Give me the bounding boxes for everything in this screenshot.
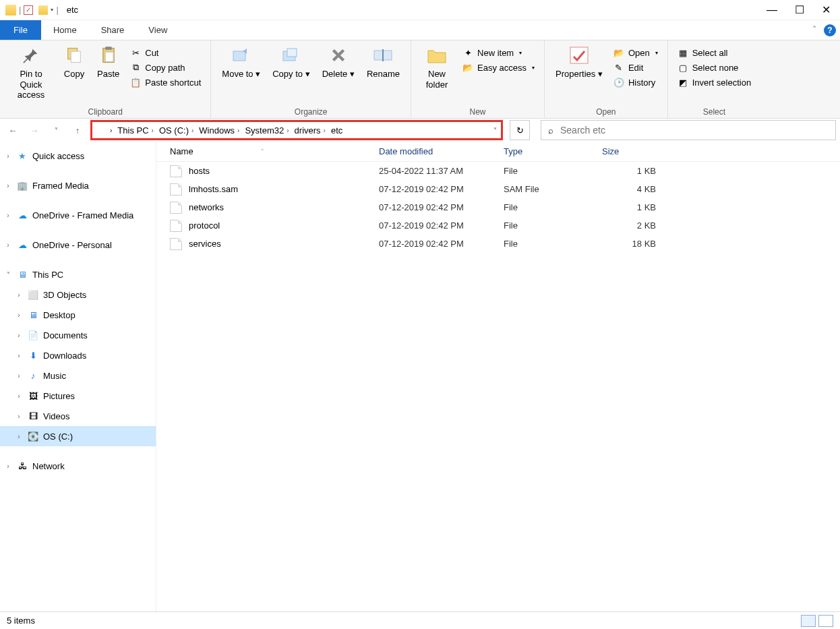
new-item-button[interactable]: ✦New item▾ [460,46,537,59]
sidebar-item-network[interactable]: ›🖧Network [0,456,156,476]
properties-button[interactable]: Properties ▾ [551,43,607,81]
search-input[interactable] [560,125,829,136]
tab-home[interactable]: Home [41,20,89,40]
cut-button[interactable]: ✂Cut [127,46,204,59]
sidebar-item-onedrive-personal[interactable]: ›☁OneDrive - Personal [0,235,156,255]
sidebar-item-music[interactable]: ›♪Music [0,365,156,386]
window-title: etc [67,5,78,15]
easy-access-button[interactable]: 📂Easy access▾ [460,61,537,74]
pin-icon [20,44,42,66]
sidebar-item-os-c[interactable]: ›💽OS (C:) [0,426,156,446]
sidebar-item-this-pc[interactable]: ˅🖥This PC [0,264,156,284]
navigation-pane[interactable]: ›★Quick access ›🏢Framed Media ›☁OneDrive… [0,142,156,611]
file-row[interactable]: networks07-12-2019 02:42 PMFile1 KB [156,198,840,216]
file-row[interactable]: lmhosts.sam07-12-2019 02:42 PMSAM File4 … [156,180,840,198]
address-bar[interactable]: › This PC› OS (C:)› Windows› System32› d… [90,120,503,140]
chevron-right-icon[interactable]: › [15,311,23,319]
refresh-button[interactable]: ↻ [510,120,530,140]
qat-dropdown-icon[interactable]: ▾ [51,7,53,13]
file-row[interactable]: hosts25-04-2022 11:37 AMFile1 KB [156,162,840,180]
chevron-right-icon[interactable]: › [15,372,23,380]
view-large-icons-button[interactable] [818,615,833,627]
invert-selection-button[interactable]: ◩Invert selection [675,76,754,89]
svg-rect-10 [570,47,588,63]
paste-shortcut-icon: 📋 [130,77,141,88]
sidebar-item-downloads[interactable]: ›⬇Downloads [0,345,156,365]
close-button[interactable]: ✕ [822,3,831,16]
minimize-button[interactable]: — [767,4,777,16]
network-icon: 🖧 [16,460,28,472]
up-button[interactable]: ↑ [69,121,86,139]
copy-icon [63,44,85,66]
delete-button[interactable]: Delete ▾ [318,43,359,81]
breadcrumb-drivers[interactable]: drivers› [292,125,328,136]
copy-button[interactable]: Copy [59,43,89,81]
chevron-right-icon[interactable]: › [4,241,12,249]
file-name: services [189,239,379,249]
sidebar-item-documents[interactable]: ›📄Documents [0,325,156,345]
file-size: 2 KB [602,220,663,231]
maximize-button[interactable]: ☐ [795,3,804,16]
collapse-ribbon-icon[interactable]: ˄ [806,20,824,40]
column-header-name[interactable]: Name˄ [170,146,379,156]
column-header-size[interactable]: Size [602,146,663,156]
sidebar-item-videos[interactable]: ›🎞Videos [0,406,156,426]
paste-button[interactable]: Paste [93,43,123,81]
file-menu[interactable]: File [0,20,41,40]
chevron-right-icon[interactable]: › [15,413,23,420]
chevron-right-icon[interactable]: › [4,182,12,189]
file-date: 07-12-2019 02:42 PM [379,220,504,231]
chevron-right-icon[interactable]: › [15,433,23,440]
tab-view[interactable]: View [136,20,179,40]
address-dropdown-icon[interactable]: ˅ [493,127,497,134]
back-button[interactable]: ← [4,121,22,139]
breadcrumb-etc[interactable]: etc [328,125,345,136]
search-box[interactable]: ⌕ [541,120,836,140]
copy-path-button[interactable]: ⧉Copy path [127,61,204,74]
move-to-button[interactable]: Move to ▾ [218,43,264,81]
chevron-right-icon[interactable]: › [15,291,23,299]
chevron-right-icon[interactable]: › [4,462,12,470]
sidebar-item-onedrive-fm[interactable]: ›☁OneDrive - Framed Media [0,205,156,225]
breadcrumb-os-c[interactable]: OS (C:)› [156,125,196,136]
help-button[interactable]: ? [824,24,836,36]
tab-share[interactable]: Share [89,20,137,40]
breadcrumb-windows[interactable]: Windows› [196,125,242,136]
column-header-date[interactable]: Date modified [379,146,504,156]
chevron-right-icon[interactable]: › [110,127,112,134]
recent-locations-button[interactable]: ˅ [47,121,65,139]
copy-to-button[interactable]: Copy to ▾ [268,43,313,81]
chevron-right-icon[interactable]: › [15,352,23,359]
file-type: File [504,220,602,231]
history-button[interactable]: 🕑History [611,76,661,89]
file-row[interactable]: services07-12-2019 02:42 PMFile18 KB [156,235,840,253]
pin-to-quick-access-button[interactable]: Pin to Quick access [7,43,55,102]
select-none-button[interactable]: ▢Select none [675,61,754,74]
breadcrumb-system32[interactable]: System32› [242,125,291,136]
chevron-right-icon[interactable]: › [4,152,12,160]
new-folder-button[interactable]: New folder [418,43,456,91]
forward-button[interactable]: → [26,121,43,139]
sidebar-item-quick-access[interactable]: ›★Quick access [0,146,156,166]
file-size: 18 KB [602,239,663,249]
chevron-right-icon[interactable]: › [4,212,12,219]
column-header-type[interactable]: Type [504,146,602,156]
chevron-right-icon[interactable]: › [15,332,23,339]
sidebar-item-3d-objects[interactable]: ›⬜3D Objects [0,284,156,305]
chevron-right-icon[interactable]: › [15,392,23,400]
rename-button[interactable]: Rename [363,43,404,81]
breadcrumb-this-pc[interactable]: This PC› [115,125,156,136]
sidebar-item-pictures[interactable]: ›🖼Pictures [0,386,156,406]
select-all-button[interactable]: ▦Select all [675,46,754,59]
edit-button[interactable]: ✎Edit [611,61,661,74]
sidebar-item-desktop[interactable]: ›🖥Desktop [0,305,156,325]
chevron-right-icon: › [324,127,326,134]
view-details-button[interactable] [801,615,816,627]
file-row[interactable]: protocol07-12-2019 02:42 PMFile2 KB [156,216,840,235]
chevron-down-icon: ▾ [655,50,658,56]
chevron-down-icon[interactable]: ˅ [4,271,12,278]
open-button[interactable]: 📂Open▾ [611,46,661,59]
qat-checkbox[interactable]: ✓ [24,5,33,15]
sidebar-item-framed-media[interactable]: ›🏢Framed Media [0,175,156,196]
paste-shortcut-button[interactable]: 📋Paste shortcut [127,76,204,89]
